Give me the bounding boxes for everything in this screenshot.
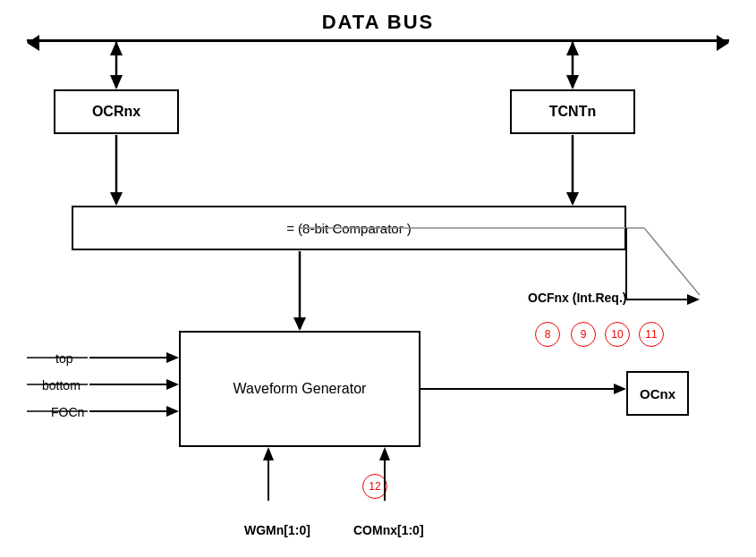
svg-marker-9: [566, 192, 579, 206]
comparator-box: = (8-bit Comparator ): [72, 206, 626, 250]
svg-marker-29: [379, 447, 390, 460]
svg-marker-7: [110, 192, 123, 206]
svg-marker-11: [293, 317, 306, 331]
tcntn-box: TCNTn: [510, 89, 635, 134]
top-label: top: [55, 351, 72, 366]
focn-label: FOCn: [51, 405, 84, 419]
svg-marker-23: [166, 379, 179, 390]
diagram: DATA BUS OCRnx TCNTn = (8-bit Comparator…: [0, 0, 756, 557]
svg-marker-4: [566, 75, 579, 89]
svg-marker-15: [687, 294, 700, 305]
ocfnx-label: OCFnx (Int.Req.): [528, 291, 626, 305]
waveform-box: Waveform Generator: [179, 331, 420, 447]
circle-10: 10: [605, 322, 630, 347]
wgmn-label: WGMn[1:0]: [244, 523, 310, 537]
data-bus-label: DATA BUS: [322, 11, 435, 34]
svg-line-13: [644, 228, 700, 295]
svg-marker-19: [614, 384, 626, 394]
svg-marker-25: [166, 406, 179, 417]
bottom-label: bottom: [42, 378, 81, 392]
svg-marker-5: [566, 41, 579, 55]
comnx-label: COMnx[1:0]: [353, 523, 424, 537]
ocrnx-box: OCRnx: [54, 89, 179, 134]
circle-9: 9: [571, 322, 596, 347]
circle-12: 12: [362, 474, 387, 499]
data-bus-arrow: [27, 39, 729, 42]
circle-11: 11: [639, 322, 664, 347]
svg-marker-21: [166, 352, 179, 363]
svg-marker-27: [263, 447, 274, 460]
ocnx-box: OCnx: [626, 371, 689, 416]
svg-marker-1: [110, 75, 123, 89]
circle-8: 8: [535, 322, 560, 347]
svg-marker-2: [110, 41, 123, 55]
